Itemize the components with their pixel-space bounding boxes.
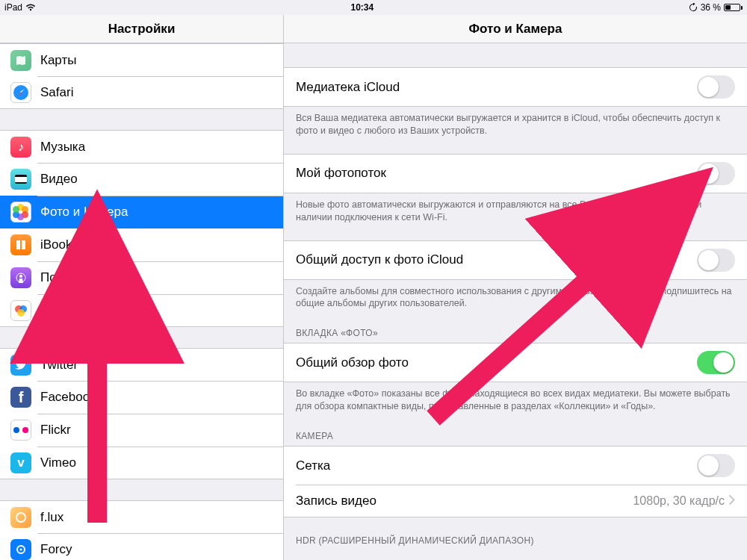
sidebar-item-label: Forcy <box>40 542 72 557</box>
switch-icloud-library[interactable] <box>697 75 735 99</box>
status-bar: iPad 10:34 36 % <box>0 0 747 15</box>
sidebar-item-podcasts[interactable]: Подкасты <box>0 261 283 294</box>
sidebar-item-flickr[interactable]: Flickr <box>0 414 283 447</box>
sidebar-item-label: Фото и Камера <box>40 205 128 220</box>
section-header-tab: ВКЛАДКА «ФОТО» <box>284 310 747 343</box>
podcasts-icon <box>10 267 31 288</box>
row-overview[interactable]: Общий обзор фото <box>284 343 747 382</box>
sidebar-item-video[interactable]: Видео <box>0 163 283 196</box>
row-icloud-sharing[interactable]: Общий доступ к фото iCloud <box>284 240 747 280</box>
flickr-icon <box>10 420 31 441</box>
forcy-icon <box>10 539 31 560</box>
maps-icon <box>10 50 31 71</box>
svg-point-10 <box>17 309 25 317</box>
detail-pane: Фото и Камера Медиатека iCloud Вся Ваша … <box>284 15 747 560</box>
sidebar-item-label: Safari <box>40 85 73 100</box>
row-label: Медиатека iCloud <box>296 80 697 95</box>
clock: 10:34 <box>36 2 689 13</box>
sidebar-item-label: f.lux <box>40 510 63 525</box>
svg-rect-5 <box>15 177 27 182</box>
sidebar-item-ibooks[interactable]: iBooks <box>0 228 283 261</box>
sidebar-item-music[interactable]: ♪ Музыка <box>0 130 283 163</box>
detail-scroll[interactable]: Медиатека iCloud Вся Ваша медиатека авто… <box>284 43 747 560</box>
sidebar-item-forcy[interactable]: Forcy <box>0 533 283 560</box>
row-grid[interactable]: Сетка <box>284 446 747 485</box>
sidebar-title: Настройки <box>0 15 283 43</box>
switch-icloud-sharing[interactable] <box>697 249 735 272</box>
flux-icon <box>10 507 31 528</box>
footnote-icloud-sharing: Создайте альбомы для совместного использ… <box>284 280 747 311</box>
sidebar-item-vimeo[interactable]: v Vimeo <box>0 447 283 479</box>
detail-title: Фото и Камера <box>284 15 747 43</box>
sidebar-item-label: Музыка <box>40 140 85 155</box>
switch-overview[interactable] <box>697 351 735 374</box>
sync-icon <box>689 3 698 12</box>
settings-sidebar: Настройки Карты Safari ♪ Музыка <box>0 15 284 560</box>
section-header-camera: КАМЕРА <box>284 413 747 446</box>
footnote-photo-stream: Новые фото автоматически выгружаются и о… <box>284 193 747 224</box>
row-icloud-library[interactable]: Медиатека iCloud <box>284 67 747 107</box>
row-value: 1080p, 30 кадр/с <box>633 494 725 508</box>
sidebar-item-label: Подкасты <box>40 270 98 285</box>
sidebar-item-maps[interactable]: Карты <box>0 43 283 76</box>
battery-icon <box>724 4 743 11</box>
sidebar-item-twitter[interactable]: Twitter <box>0 348 283 381</box>
row-label: Сетка <box>296 458 697 473</box>
row-label: Мой фотопоток <box>296 166 697 181</box>
sidebar-item-label: Карты <box>40 53 76 68</box>
svg-point-6 <box>19 275 22 278</box>
sidebar-item-photos[interactable]: Фото и Камера <box>0 196 283 228</box>
sidebar-item-label: Twitter <box>40 358 78 373</box>
safari-icon <box>10 82 31 103</box>
sidebar-item-label: Flickr <box>40 423 71 438</box>
chevron-right-icon <box>729 494 735 508</box>
sidebar-item-label: Game Center <box>40 303 117 318</box>
switch-photo-stream[interactable] <box>697 162 735 185</box>
sidebar-item-gamecenter[interactable]: Game Center <box>0 294 283 327</box>
twitter-icon <box>10 355 31 376</box>
row-label: Общий обзор фото <box>296 355 697 370</box>
switch-grid[interactable] <box>697 454 735 477</box>
vimeo-icon: v <box>10 452 31 473</box>
ibooks-icon <box>10 234 31 255</box>
section-header-hdr: HDR (РАСШИРЕННЫЙ ДИНАМИЧЕСКИЙ ДИАПАЗОН) <box>284 517 747 550</box>
sidebar-item-flux[interactable]: f.lux <box>0 500 283 533</box>
device-label: iPad <box>4 2 22 13</box>
wifi-icon <box>25 4 36 11</box>
sidebar-item-facebook[interactable]: f Facebook <box>0 381 283 414</box>
sidebar-item-label: Vimeo <box>40 455 76 470</box>
music-icon: ♪ <box>10 137 31 158</box>
sidebar-item-label: Видео <box>40 172 78 187</box>
footnote-icloud-library: Вся Ваша медиатека автоматически выгружа… <box>284 107 747 137</box>
facebook-icon: f <box>10 387 31 408</box>
battery-text: 36 % <box>701 2 721 13</box>
row-label: Общий доступ к фото iCloud <box>296 252 697 267</box>
sidebar-item-label: iBooks <box>40 237 78 252</box>
row-photo-stream[interactable]: Мой фотопоток <box>284 154 747 193</box>
row-label: Запись видео <box>296 494 633 508</box>
gamecenter-icon <box>10 300 31 321</box>
sidebar-item-safari[interactable]: Safari <box>0 76 283 109</box>
video-icon <box>10 169 31 190</box>
row-record-video[interactable]: Запись видео 1080p, 30 кадр/с <box>284 485 747 517</box>
sidebar-item-label: Facebook <box>40 390 96 405</box>
svg-point-11 <box>16 513 25 522</box>
footnote-overview: Во вкладке «Фото» показаны все фото, нах… <box>284 382 747 413</box>
svg-point-13 <box>20 548 22 550</box>
sidebar-list[interactable]: Карты Safari ♪ Музыка Видео <box>0 43 283 560</box>
photos-icon <box>10 202 31 223</box>
